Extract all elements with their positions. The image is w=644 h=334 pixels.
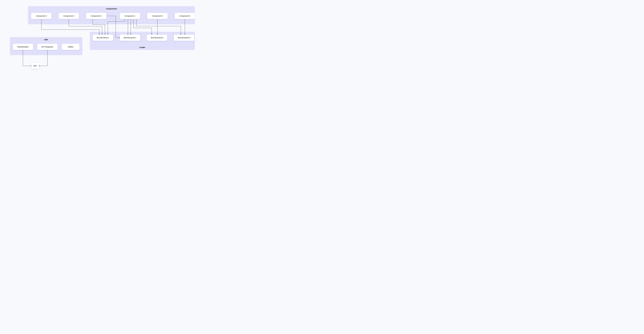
group-components: Components	[28, 6, 195, 24]
node-component-3: Component 3	[58, 13, 79, 19]
node-microfrontend-1: Microfrontend 1	[92, 34, 113, 41]
node-component-6: Component 6	[174, 13, 195, 19]
node-component-2: Component 2	[31, 13, 52, 19]
node-utilities: Utilities	[62, 44, 80, 50]
group-components-title: Components	[28, 8, 195, 10]
node-microfrontend-4: Microfrontend 4	[174, 34, 194, 41]
node-authentication: Authentication	[12, 44, 33, 50]
node-api-integration: API Integration	[37, 44, 58, 50]
group-loader-title: Loader	[90, 46, 195, 48]
node-microfrontend-2: Microfrontend 2	[120, 34, 140, 41]
node-microfrontend-3: Microfrontend 3	[147, 34, 167, 41]
group-sdk-title: SDK	[10, 39, 82, 41]
node-component-5: Component 5	[147, 13, 168, 19]
node-bff: BFF	[31, 63, 39, 69]
node-component-4: Component 4	[86, 13, 106, 19]
node-component-1: Component 1	[120, 13, 140, 19]
